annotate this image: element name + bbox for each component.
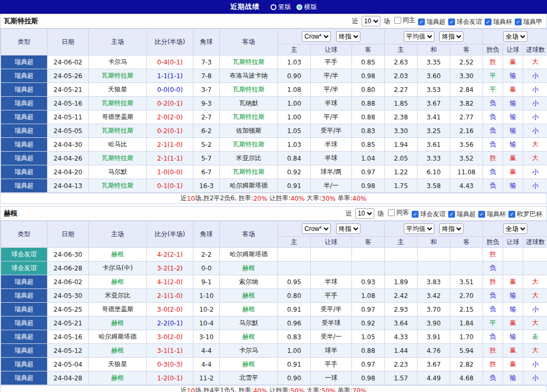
view-mode-radio[interactable]: 竖版 bbox=[271, 3, 291, 12]
away-team-cell[interactable]: 佐加顿斯 bbox=[220, 124, 278, 138]
home-team-cell[interactable]: 天狼星 bbox=[89, 83, 147, 97]
home-team-cell[interactable]: 卡尔马 bbox=[89, 55, 147, 69]
home-team-cell[interactable]: 卡尔马(中) bbox=[89, 262, 147, 275]
home-team-cell[interactable]: 赫根 bbox=[89, 344, 147, 358]
view-mode-radio[interactable]: 横版 bbox=[296, 3, 317, 12]
away-team-cell[interactable]: 赫根 bbox=[220, 330, 278, 344]
filter-option[interactable]: ✓球会友谊 bbox=[448, 17, 482, 26]
away-team-cell[interactable]: 布洛马波卡纳 bbox=[220, 69, 278, 83]
scope-select[interactable]: 全场 bbox=[503, 223, 527, 234]
date-cell: 24-06-30 bbox=[48, 248, 89, 262]
score-cell: 0-1(0-1) bbox=[147, 179, 193, 193]
score-cell: 3-0(2-0) bbox=[147, 330, 193, 344]
away-team-cell[interactable]: 赫根 bbox=[220, 262, 278, 275]
filter-option[interactable]: ✓瑞典超 bbox=[448, 210, 476, 219]
league-cell: 瑞典超 bbox=[1, 289, 48, 303]
europe-odds-cell: 1.89 bbox=[385, 275, 418, 289]
league-cell: 瑞典超 bbox=[1, 179, 48, 193]
home-team-cell[interactable]: 瓦斯特拉斯 bbox=[89, 152, 147, 165]
result-cell: 胜 bbox=[483, 248, 503, 262]
away-team-cell[interactable]: 瓦斯特拉斯 bbox=[220, 138, 278, 152]
home-team-cell[interactable]: 哥德堡盖斯 bbox=[89, 303, 147, 316]
europe-odds-cell: 1.70 bbox=[450, 330, 483, 344]
away-team-cell[interactable]: 哈尔姆斯塔德 bbox=[220, 248, 278, 262]
away-team-cell[interactable]: 北雪平 bbox=[220, 371, 278, 385]
home-team-cell[interactable]: 哥德堡盖斯 bbox=[89, 110, 147, 124]
europe-avg-select[interactable]: 平均值 bbox=[404, 31, 434, 42]
sub-euro-away: 客 bbox=[450, 44, 483, 55]
away-team-cell[interactable]: 索尔纳 bbox=[220, 275, 278, 289]
away-team-cell[interactable]: 米亚尔比 bbox=[220, 152, 278, 165]
score-cell: 2-1(1-0) bbox=[147, 138, 193, 152]
home-team-cell[interactable]: 瓦斯特拉斯 bbox=[89, 69, 147, 83]
away-team-cell[interactable]: 赫根 bbox=[220, 358, 278, 371]
recent-count-select[interactable]: 10 bbox=[361, 16, 381, 26]
home-team-cell[interactable]: 赫根 bbox=[89, 371, 147, 385]
result-cell: 小 bbox=[523, 303, 547, 316]
europe-odds-cell bbox=[450, 248, 483, 262]
home-team-cell[interactable]: 哈尔姆斯塔德 bbox=[89, 330, 147, 344]
filter-option[interactable]: ✓瑞典杯 bbox=[478, 210, 506, 219]
league-cell: 球会友谊 bbox=[1, 248, 48, 262]
away-team-cell[interactable]: 瓦斯特拉斯 bbox=[220, 110, 278, 124]
col-date: 日期 bbox=[48, 221, 89, 248]
filter-option[interactable]: 同主 bbox=[394, 16, 415, 25]
sub-result-goals: 进球数 bbox=[523, 237, 547, 248]
filter-option[interactable]: ✓瑞典超 bbox=[418, 17, 446, 26]
asia-odds-cell: 半球 bbox=[311, 97, 352, 110]
away-team-cell[interactable]: 赫根 bbox=[220, 289, 278, 303]
away-team-cell[interactable]: 瓦斯特拉斯 bbox=[220, 83, 278, 97]
europe-odds-cell: 3.52 bbox=[450, 152, 483, 165]
asia-stage-select[interactable]: 终指 bbox=[336, 31, 360, 42]
filter-option[interactable]: 同客 bbox=[388, 208, 409, 217]
checkbox-checked-icon: ✓ bbox=[418, 18, 425, 25]
home-team-cell[interactable]: 瓦斯特拉斯 bbox=[89, 97, 147, 110]
away-team-cell[interactable]: 瓦纳默 bbox=[220, 97, 278, 110]
away-team-cell[interactable]: 瓦斯特拉斯 bbox=[220, 55, 278, 69]
filter-option[interactable]: ✓球会友谊 bbox=[412, 210, 446, 219]
result-group: 全场 bbox=[483, 221, 547, 237]
away-team-cell[interactable]: 卡尔马 bbox=[220, 344, 278, 358]
result-cell: 输 bbox=[503, 97, 523, 110]
sub-euro-away: 客 bbox=[450, 237, 483, 248]
europe-odds-cell: 2.63 bbox=[385, 55, 418, 69]
asia-odds-cell bbox=[352, 248, 385, 262]
europe-odds-cell: 4.76 bbox=[418, 344, 450, 358]
home-team-cell[interactable]: 马尔默 bbox=[89, 165, 147, 179]
home-team-cell[interactable]: 赫根 bbox=[89, 275, 147, 289]
europe-stage-select[interactable]: 终指 bbox=[439, 223, 463, 234]
summary-text-part: 单率: bbox=[336, 386, 353, 392]
away-team-cell[interactable]: 哈尔姆斯塔德 bbox=[220, 179, 278, 193]
filter-option[interactable]: ✓瑞典甲 bbox=[515, 17, 542, 26]
radio-label: 横版 bbox=[304, 3, 317, 12]
scope-select[interactable]: 全场 bbox=[503, 31, 527, 42]
asia-odds-cell: 平/半 bbox=[311, 110, 352, 124]
home-team-cell[interactable]: 米亚尔比 bbox=[89, 289, 147, 303]
europe-odds-cell: 3.61 bbox=[418, 138, 450, 152]
asia-stage-select[interactable]: 终指 bbox=[336, 223, 360, 234]
result-cell: 小 bbox=[523, 83, 547, 97]
home-team-cell[interactable]: 赫根 bbox=[89, 248, 147, 262]
filter-option[interactable]: ✓欧罗巴杯 bbox=[508, 210, 542, 219]
asia-odds-cell: 1.03 bbox=[278, 138, 311, 152]
bookmaker-select[interactable]: Crow* bbox=[302, 223, 331, 234]
home-team-cell[interactable]: 瓦斯特拉斯 bbox=[89, 124, 147, 138]
away-team-cell[interactable]: 赫根 bbox=[220, 303, 278, 316]
away-team-cell[interactable]: 瓦斯特拉斯 bbox=[220, 165, 278, 179]
home-team-cell[interactable]: 瓦斯特拉斯 bbox=[89, 179, 147, 193]
europe-odds-cell bbox=[418, 248, 450, 262]
home-team-cell[interactable]: 天狼星 bbox=[89, 358, 147, 371]
filter-option[interactable]: ✓瑞典杯 bbox=[485, 17, 512, 26]
result-cell: 平 bbox=[483, 83, 503, 97]
date-cell: 24-05-11 bbox=[48, 110, 89, 124]
home-team-cell[interactable]: 哈马比 bbox=[89, 138, 147, 152]
home-team-cell[interactable]: 赫根 bbox=[89, 316, 147, 330]
result-cell bbox=[523, 248, 547, 262]
europe-stage-select[interactable]: 终指 bbox=[439, 31, 463, 42]
europe-avg-select[interactable]: 平均值 bbox=[404, 223, 434, 234]
recent-count-select[interactable]: 10 bbox=[355, 208, 374, 219]
away-team-cell[interactable]: 马尔默 bbox=[220, 316, 278, 330]
radio-icon bbox=[296, 4, 302, 10]
corner-cell: 2-2 bbox=[193, 248, 220, 262]
bookmaker-select[interactable]: Crow* bbox=[302, 31, 331, 42]
